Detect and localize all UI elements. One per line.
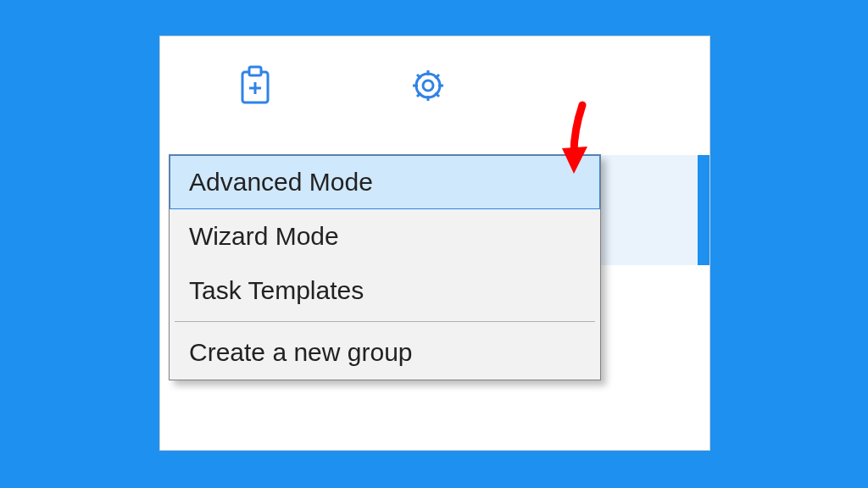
menu-item-task-templates[interactable]: Task Templates — [170, 263, 600, 318]
menu-item-label: Wizard Mode — [189, 222, 339, 250]
content-area: Advanced Mode Wizard Mode Task Templates… — [160, 155, 709, 450]
menu-item-label: Create a new group — [189, 338, 413, 366]
menu-divider — [175, 321, 595, 322]
settings-button[interactable] — [409, 69, 447, 106]
clipboard-plus-icon — [238, 65, 272, 109]
menu-item-label: Advanced Mode — [189, 168, 373, 196]
menu-item-wizard-mode[interactable]: Wizard Mode — [170, 209, 600, 263]
svg-point-5 — [416, 74, 440, 97]
app-window: Advanced Mode Wizard Mode Task Templates… — [159, 36, 710, 451]
svg-rect-1 — [249, 67, 261, 75]
menu-item-label: Task Templates — [189, 276, 364, 304]
menu-item-create-group[interactable]: Create a new group — [170, 325, 600, 380]
menu-item-advanced-mode[interactable]: Advanced Mode — [170, 155, 600, 209]
add-task-button[interactable] — [236, 69, 274, 106]
toolbar — [160, 36, 709, 138]
svg-point-4 — [423, 80, 433, 91]
scrollbar-thumb[interactable] — [698, 155, 709, 265]
context-menu: Advanced Mode Wizard Mode Task Templates… — [169, 154, 601, 380]
gear-icon — [409, 67, 447, 108]
